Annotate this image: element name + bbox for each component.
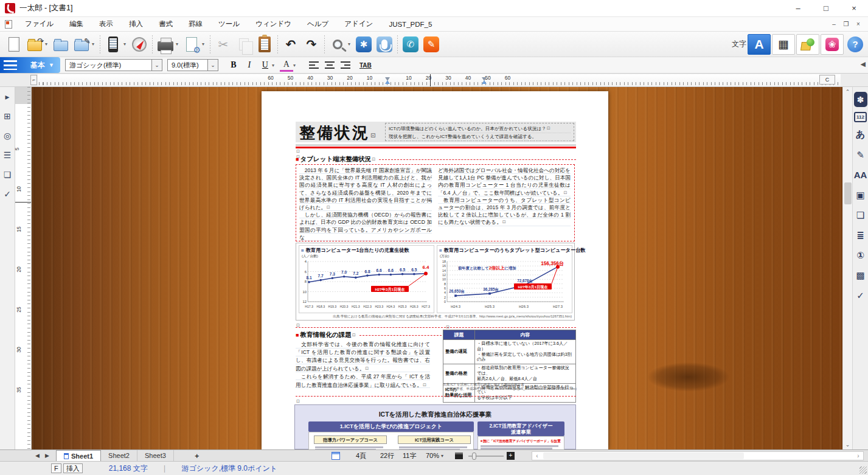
paste-button[interactable] [254, 34, 275, 55]
menu-item-3[interactable]: 挿入 [121, 17, 151, 31]
page-flip-icon[interactable]: ❏ [1, 167, 13, 182]
underline-dropdown[interactable] [272, 55, 277, 75]
horizontal-scrollbar[interactable]: ‹ › [532, 451, 864, 460]
hamburger-icon[interactable] [4, 60, 17, 70]
list-tool-icon[interactable]: ☰ [1, 148, 13, 162]
text-mode-button[interactable]: A [748, 34, 771, 55]
bold-button[interactable]: B [227, 58, 240, 72]
font-style-icon[interactable]: AA [854, 167, 867, 182]
print-button[interactable] [155, 34, 176, 55]
vertical-ruler[interactable]: 5101520253035 [15, 87, 32, 449]
menu-item-4[interactable]: 書式 [151, 17, 181, 31]
pattern-icon[interactable]: ▩ [854, 268, 867, 283]
net-search-button[interactable]: ✱ [353, 34, 374, 55]
scroll-up-icon[interactable]: ⌃ [843, 87, 852, 97]
table-mode-button[interactable]: ▦ [772, 34, 795, 55]
marker-dropdown[interactable] [293, 55, 299, 75]
menu-item-9[interactable]: アドイン [336, 17, 381, 31]
block-palette-icon[interactable]: ⊞ [1, 109, 13, 123]
photo-insert-icon[interactable]: ▣ [854, 187, 867, 203]
doc-close-button[interactable]: × [852, 19, 864, 30]
menu-item-2[interactable]: 表示 [91, 17, 121, 31]
mobile-dropdown[interactable] [123, 34, 129, 55]
column-button[interactable]: C [819, 75, 835, 85]
tab-button[interactable]: TAB [359, 62, 372, 69]
new-document-button[interactable] [4, 34, 24, 55]
doc-minimize-button[interactable]: – [828, 19, 840, 30]
font-select[interactable]: 游ゴシック(標準) ⌄ [65, 59, 162, 71]
page-number-icon[interactable]: ① [854, 248, 867, 263]
navigation-button[interactable] [129, 34, 150, 55]
italic-button[interactable]: I [243, 58, 256, 72]
save-as-button[interactable]: ✎ [71, 34, 92, 55]
document-page[interactable]: 整備状況⊡ ICTの環境整備はどのくらい進んでいるのか。日本が置かれている状況は… [262, 91, 608, 449]
align-right-button[interactable] [339, 58, 352, 72]
print-dropdown[interactable] [176, 34, 181, 55]
scroll-right-icon[interactable]: › [853, 452, 863, 459]
maximize-button[interactable]: □ [812, 0, 840, 16]
proof-check-icon[interactable]: ✓ [854, 288, 867, 303]
quick-edit-button[interactable]: ✎ [421, 34, 442, 55]
outline-list-icon[interactable]: ≣ [854, 227, 867, 243]
shape-mode-button[interactable] [796, 34, 819, 55]
signature-stamp-icon[interactable]: ✎ [854, 147, 867, 162]
vertical-scroll-thumb[interactable] [844, 182, 852, 204]
save-dropdown[interactable] [92, 34, 97, 55]
redo-button[interactable]: ↷ [301, 34, 322, 55]
zoom-slider[interactable] [468, 456, 504, 457]
menu-item-8[interactable]: ヘルプ [299, 17, 336, 31]
zoom-in-button[interactable]: + [507, 452, 515, 460]
close-button[interactable]: × [840, 0, 868, 16]
zoom-level[interactable]: 70% ▾ [426, 450, 443, 461]
undo-button[interactable]: ↶ [280, 34, 301, 55]
sheet-tab-sheet2[interactable]: Sheet2 [101, 450, 137, 461]
date-stamp-icon[interactable]: 112 [854, 112, 867, 122]
jump-arrow-icon[interactable]: ▸ [1, 89, 13, 104]
document-icon[interactable] [5, 20, 12, 29]
resize-grip[interactable] [859, 466, 867, 474]
horizontal-scroll-thumb[interactable] [543, 452, 744, 459]
vertical-scrollbar[interactable]: ⌃ ⌄ [842, 87, 852, 449]
fit-width-button[interactable] [455, 450, 463, 461]
help-button[interactable]: ? [847, 36, 863, 52]
ornament-palette-icon[interactable]: ✽ [854, 92, 867, 107]
save-button[interactable] [50, 34, 71, 55]
zoom-tool-icon[interactable]: ◎ [1, 128, 13, 143]
align-center-button[interactable] [323, 58, 336, 72]
clipart-mode-button[interactable]: ❀ [821, 34, 844, 55]
preview-toggle[interactable] [332, 450, 340, 461]
zoom-slider-thumb[interactable] [472, 452, 476, 460]
size-select-caret-icon[interactable]: ⌄ [207, 60, 218, 71]
menu-item-10[interactable]: JUST_PDF_5 [381, 17, 440, 31]
document-copy-icon[interactable]: ❏ [854, 207, 867, 223]
print-settings-dropdown[interactable] [202, 34, 207, 55]
style-name[interactable]: 基本 [30, 60, 45, 71]
print-settings-button[interactable] [181, 34, 202, 55]
marker-pen-button[interactable]: A [280, 58, 293, 72]
check-tool-icon[interactable]: ✓ [1, 187, 13, 201]
sidebar-collapse-icon[interactable]: ◀ [861, 60, 866, 68]
sheet-tab-sheet3[interactable]: Sheet3 [137, 450, 174, 461]
font-select-caret-icon[interactable]: ⌄ [151, 60, 162, 71]
tab-prev-icon[interactable]: ◀ [35, 450, 40, 461]
doc-restore-button[interactable]: ❐ [840, 19, 852, 30]
scroll-down-icon[interactable]: ⌄ [843, 440, 852, 449]
minimize-button[interactable]: – [784, 0, 812, 16]
function-key-button[interactable]: F [51, 463, 61, 473]
horizontal-ruler[interactable]: 605040302010102030405060 [0, 74, 868, 87]
open-dropdown[interactable] [45, 34, 50, 55]
open-button[interactable]: ↷ [24, 34, 45, 55]
tab-type-selector[interactable]: ⌐ [30, 75, 37, 85]
search-button[interactable] [327, 34, 348, 55]
insert-mode-button[interactable]: 挿入 [63, 463, 83, 473]
underline-button[interactable]: U [259, 58, 272, 72]
add-sheet-button[interactable]: ＋ [193, 450, 200, 461]
phone-memo-button[interactable]: ✆ [400, 34, 421, 55]
scroll-left-icon[interactable]: ‹ [532, 452, 542, 459]
tab-next-icon[interactable]: ▶ [45, 450, 49, 461]
menu-item-6[interactable]: ツール [210, 17, 248, 31]
menu-item-1[interactable]: 編集 [61, 17, 91, 31]
menu-item-5[interactable]: 罫線 [181, 17, 210, 31]
style-caret-icon[interactable]: ▼ [49, 62, 54, 68]
voice-input-button[interactable] [374, 34, 395, 55]
